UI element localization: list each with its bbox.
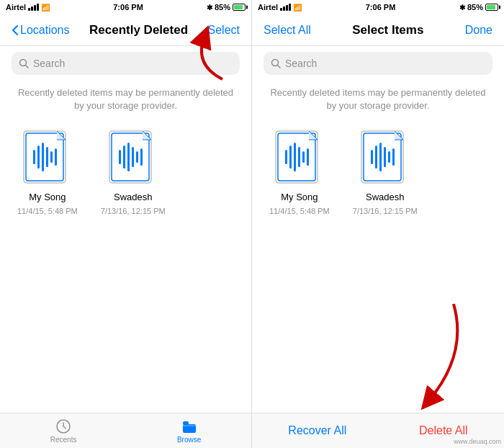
svg-rect-6 [42, 143, 44, 171]
right-search-bar[interactable]: Search [264, 52, 492, 75]
svg-rect-21 [183, 421, 189, 425]
svg-rect-9 [55, 148, 57, 166]
right-search-icon [271, 58, 281, 68]
svg-rect-5 [37, 145, 40, 169]
svg-rect-26 [285, 150, 287, 164]
right-file-date-mysong: 11/4/15, 5:48 PM [269, 207, 330, 215]
right-file-name-swadesh: Swadesh [366, 192, 404, 202]
left-file-item-mysong[interactable]: My Song 11/4/15, 5:48 PM [17, 130, 78, 215]
right-panel: Airtel 📶 7:06 PM ✱ 85% Select All Select… [252, 0, 504, 448]
svg-rect-35 [375, 145, 377, 169]
recover-all-button[interactable]: Recover All [288, 424, 346, 437]
signal-bar-2 [31, 6, 33, 11]
right-wifi-icon: 📶 [293, 4, 302, 12]
left-file-grid: My Song 11/4/15, 5:48 PM Swadesh 7/1 [0, 118, 251, 227]
right-signal [280, 4, 291, 11]
right-file-icon-mysong [274, 130, 325, 187]
left-battery-icon [233, 4, 246, 11]
left-status-right: ✱ 85% [207, 3, 246, 12]
svg-rect-39 [392, 148, 395, 166]
svg-rect-17 [140, 148, 143, 166]
svg-line-23 [278, 66, 281, 68]
svg-rect-16 [136, 151, 138, 163]
signal-bar-1 [28, 8, 30, 11]
left-file-date-mysong: 11/4/15, 5:48 PM [17, 207, 78, 215]
right-status-left: Airtel 📶 [258, 3, 302, 12]
right-done-button[interactable]: Done [465, 24, 492, 37]
svg-rect-7 [46, 147, 48, 167]
left-file-name-swadesh: Swadesh [114, 192, 152, 202]
svg-rect-34 [371, 150, 373, 164]
r-signal-bar-4 [289, 4, 291, 11]
left-search-bar[interactable]: Search [12, 52, 240, 75]
signal-bar-3 [34, 5, 36, 11]
left-file-item-swadesh[interactable]: Swadesh 7/13/16, 12:15 PM [101, 130, 166, 215]
right-time: 7:06 PM [366, 3, 396, 12]
left-wifi-icon: 📶 [41, 4, 50, 12]
left-select-button[interactable]: Select [208, 24, 240, 37]
svg-rect-37 [384, 147, 386, 167]
right-carrier: Airtel [258, 3, 278, 12]
left-file-date-swadesh: 7/13/16, 12:15 PM [101, 207, 166, 215]
left-search-icon [19, 58, 29, 68]
left-battery-pct: 85% [215, 3, 230, 12]
left-signal [28, 4, 39, 11]
right-file-grid: My Song 11/4/15, 5:48 PM Swadesh 7/1 [252, 118, 504, 227]
left-browse-icon [181, 418, 197, 434]
right-info-text: Recently deleted items may be permanentl… [252, 81, 504, 118]
svg-rect-36 [379, 143, 382, 171]
svg-rect-28 [294, 143, 296, 171]
svg-rect-33 [364, 133, 401, 181]
right-file-icon-swadesh [360, 130, 410, 187]
right-battery-fill [487, 5, 495, 9]
svg-rect-30 [302, 151, 305, 163]
right-file-item-mysong[interactable]: My Song 11/4/15, 5:48 PM [269, 130, 330, 215]
left-tab-recents-label: Recents [50, 436, 77, 444]
signal-bar-4 [37, 4, 39, 11]
left-recents-icon [55, 418, 71, 434]
right-file-date-swadesh: 7/13/16, 12:15 PM [353, 207, 418, 215]
watermark: www.deuaq.com [454, 438, 501, 445]
delete-all-button[interactable]: Delete All [419, 424, 468, 437]
right-nav-bar: Select All Select Items Done [252, 14, 504, 46]
left-back-button[interactable]: Locations [12, 24, 70, 37]
svg-rect-27 [289, 145, 292, 169]
left-file-icon-swadesh [108, 130, 158, 187]
left-tab-recents[interactable]: Recents [50, 418, 77, 444]
left-bluetooth: ✱ [207, 4, 212, 12]
right-red-arrow [389, 297, 475, 412]
left-carrier: Airtel [6, 3, 26, 12]
left-tab-browse-label: Browse [177, 436, 201, 444]
svg-line-1 [26, 66, 29, 68]
svg-rect-8 [50, 151, 53, 163]
right-file-name-mysong: My Song [281, 192, 318, 202]
right-battery-pct: 85% [467, 3, 483, 12]
right-status-right: ✱ 85% [459, 3, 498, 12]
r-signal-bar-2 [283, 6, 285, 11]
svg-rect-25 [278, 133, 315, 181]
right-bluetooth: ✱ [459, 4, 465, 12]
left-status-left: Airtel 📶 [6, 3, 50, 12]
right-status-bar: Airtel 📶 7:06 PM ✱ 85% [252, 0, 504, 14]
left-nav-title: Recently Deleted [89, 23, 188, 37]
left-status-bar: Airtel 📶 7:06 PM ✱ 85% [0, 0, 251, 14]
left-chevron-icon [12, 24, 19, 36]
left-tab-bar: Recents Browse [0, 413, 251, 448]
right-nav-title: Select Items [352, 23, 423, 37]
right-file-item-swadesh[interactable]: Swadesh 7/13/16, 12:15 PM [353, 130, 418, 215]
left-tab-browse[interactable]: Browse [177, 418, 201, 444]
left-time: 7:06 PM [113, 3, 143, 12]
left-back-label: Locations [20, 24, 70, 37]
left-search-placeholder: Search [33, 58, 65, 69]
left-file-icon-mysong [22, 130, 73, 187]
left-nav-bar: Locations Recently Deleted Select [0, 14, 251, 46]
r-signal-bar-1 [280, 8, 282, 11]
left-info-text: Recently deleted items may be permanentl… [0, 81, 251, 118]
svg-rect-11 [112, 133, 149, 181]
right-select-all-button[interactable]: Select All [264, 24, 311, 37]
svg-rect-38 [388, 151, 390, 163]
svg-rect-3 [26, 133, 63, 181]
right-search-placeholder: Search [285, 58, 317, 69]
svg-rect-14 [127, 143, 130, 171]
left-battery-fill [234, 5, 243, 9]
